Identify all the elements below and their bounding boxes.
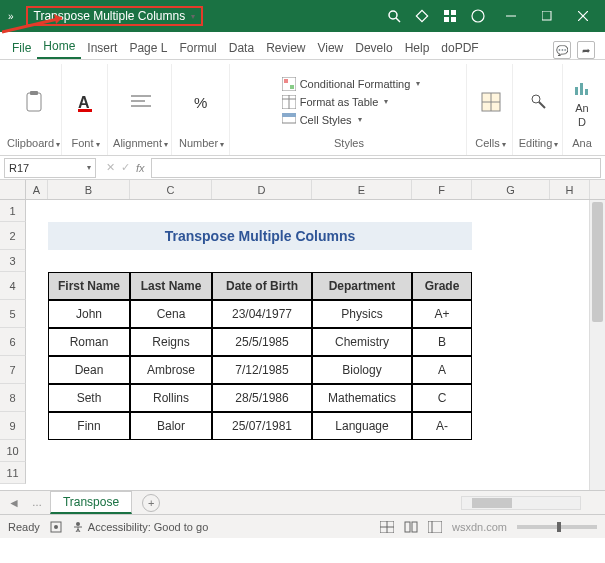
cell[interactable]: [48, 462, 472, 484]
cell[interactable]: [550, 250, 590, 272]
cell[interactable]: [550, 222, 590, 250]
col-header-e[interactable]: E: [312, 180, 412, 199]
col-header-a[interactable]: A: [26, 180, 48, 199]
view-normal-icon[interactable]: [380, 521, 394, 533]
select-all-corner[interactable]: [0, 180, 26, 199]
vertical-scrollbar[interactable]: [589, 200, 605, 490]
cell[interactable]: [550, 440, 590, 462]
scrollbar-thumb[interactable]: [472, 498, 512, 508]
font-button[interactable]: A: [72, 88, 100, 116]
cell[interactable]: [26, 328, 48, 356]
col-header-h[interactable]: H: [550, 180, 590, 199]
cell[interactable]: [26, 440, 48, 462]
cell[interactable]: [472, 222, 550, 250]
cell[interactable]: Reigns: [130, 328, 212, 356]
maximize-button[interactable]: [529, 0, 565, 32]
tab-page-layout[interactable]: Page L: [123, 37, 173, 59]
cell[interactable]: [550, 328, 590, 356]
cell[interactable]: [550, 356, 590, 384]
header-grade[interactable]: Grade: [412, 272, 472, 300]
cell[interactable]: [550, 272, 590, 300]
cell[interactable]: C: [412, 384, 472, 412]
cell[interactable]: Chemistry: [312, 328, 412, 356]
cell[interactable]: [472, 356, 550, 384]
chevron-down-icon[interactable]: ▾: [87, 163, 91, 172]
cell[interactable]: [472, 440, 550, 462]
cell[interactable]: Dean: [48, 356, 130, 384]
sheet-tab-active[interactable]: Transpose: [50, 491, 132, 514]
cell[interactable]: Physics: [312, 300, 412, 328]
macro-record-icon[interactable]: [50, 521, 62, 533]
cell[interactable]: 28/5/1986: [212, 384, 312, 412]
cell[interactable]: [472, 462, 550, 484]
cell-styles-button[interactable]: Cell Styles▾: [282, 113, 362, 127]
analyze-button[interactable]: AnD: [568, 74, 596, 130]
cell[interactable]: [48, 250, 472, 272]
conditional-formatting-button[interactable]: Conditional Formatting▾: [282, 77, 421, 91]
cell[interactable]: [472, 412, 550, 440]
zoom-slider[interactable]: [517, 525, 597, 529]
cell[interactable]: [26, 384, 48, 412]
cell[interactable]: 23/04/1977: [212, 300, 312, 328]
header-first-name[interactable]: First Name: [48, 272, 130, 300]
col-header-f[interactable]: F: [412, 180, 472, 199]
grid-icon[interactable]: [443, 9, 457, 23]
scrollbar-thumb[interactable]: [592, 202, 603, 322]
tab-home[interactable]: Home: [37, 35, 81, 59]
cell[interactable]: 7/12/1985: [212, 356, 312, 384]
new-sheet-button[interactable]: +: [142, 494, 160, 512]
cell[interactable]: [472, 250, 550, 272]
cell[interactable]: [472, 328, 550, 356]
close-button[interactable]: [565, 0, 601, 32]
cell[interactable]: [26, 356, 48, 384]
cell[interactable]: Rollins: [130, 384, 212, 412]
editing-button[interactable]: [525, 88, 553, 116]
cell[interactable]: 25/07/1981: [212, 412, 312, 440]
row-header[interactable]: 5: [0, 300, 26, 328]
col-header-b[interactable]: B: [48, 180, 130, 199]
cell[interactable]: Mathematics: [312, 384, 412, 412]
cell[interactable]: B: [412, 328, 472, 356]
cell[interactable]: [550, 384, 590, 412]
cell[interactable]: [472, 200, 550, 222]
cancel-formula-icon[interactable]: ✕: [106, 161, 115, 174]
cell[interactable]: Biology: [312, 356, 412, 384]
chevron-down-icon[interactable]: ▾: [191, 12, 195, 21]
row-header[interactable]: 2: [0, 222, 26, 250]
cells-button[interactable]: [477, 88, 505, 116]
tab-dopdf[interactable]: doPDF: [435, 37, 484, 59]
view-page-layout-icon[interactable]: [404, 521, 418, 533]
cell[interactable]: [48, 440, 472, 462]
title-cell[interactable]: Transpose Multiple Columns: [48, 222, 472, 250]
header-dob[interactable]: Date of Birth: [212, 272, 312, 300]
col-header-g[interactable]: G: [472, 180, 550, 199]
tab-help[interactable]: Help: [399, 37, 436, 59]
tab-insert[interactable]: Insert: [81, 37, 123, 59]
row-header[interactable]: 4: [0, 272, 26, 300]
cell[interactable]: A+: [412, 300, 472, 328]
row-header[interactable]: 8: [0, 384, 26, 412]
cell[interactable]: Seth: [48, 384, 130, 412]
cell[interactable]: [472, 272, 550, 300]
row-header[interactable]: 3: [0, 250, 26, 272]
tab-data[interactable]: Data: [223, 37, 260, 59]
tab-formulas[interactable]: Formul: [173, 37, 222, 59]
tab-review[interactable]: Review: [260, 37, 311, 59]
share-button[interactable]: ➦: [577, 41, 595, 59]
cell[interactable]: [472, 300, 550, 328]
row-header[interactable]: 1: [0, 200, 26, 222]
tab-view[interactable]: View: [311, 37, 349, 59]
cell[interactable]: Language: [312, 412, 412, 440]
format-as-table-button[interactable]: Format as Table▾: [282, 95, 389, 109]
account-icon[interactable]: [471, 9, 485, 23]
clipboard-button[interactable]: [20, 88, 48, 116]
col-header-c[interactable]: C: [130, 180, 212, 199]
cell[interactable]: Balor: [130, 412, 212, 440]
cell[interactable]: [550, 462, 590, 484]
alignment-button[interactable]: [127, 88, 155, 116]
sheet-nav-prev[interactable]: ◄: [4, 496, 24, 510]
formula-bar[interactable]: [151, 158, 601, 178]
comments-button[interactable]: 💬: [553, 41, 571, 59]
cell[interactable]: [550, 300, 590, 328]
col-header-d[interactable]: D: [212, 180, 312, 199]
